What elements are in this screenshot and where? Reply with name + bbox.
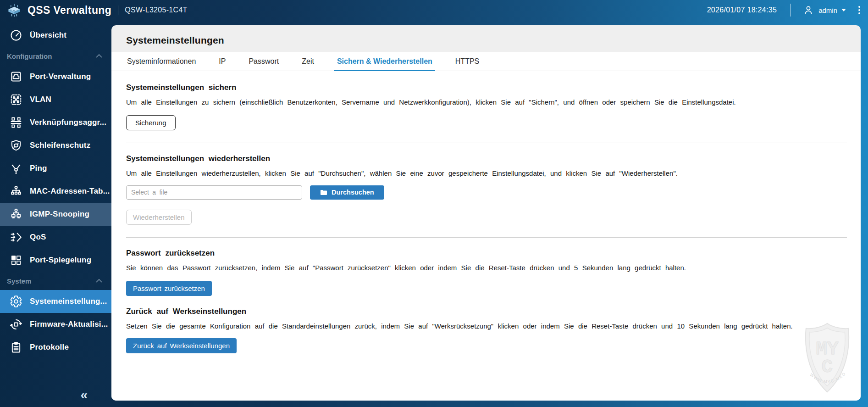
qss-switch-logo-icon — [6, 2, 23, 18]
file-select-row: Durchsuchen — [126, 185, 847, 200]
sidebar-item-label: Übersicht — [30, 31, 66, 40]
gauge-icon — [9, 28, 23, 42]
sidebar-item-label: Port-Verwaltung — [30, 72, 91, 81]
tab-zeit[interactable]: Zeit — [301, 52, 315, 71]
sidebar-item-label: Verknüpfungsaggr... — [30, 118, 106, 127]
sidebar-item-label: Systemeinstellung... — [30, 297, 107, 306]
sidebar-item-port-spiegelung[interactable]: Port-Spiegelung — [0, 249, 111, 272]
ethernet-port-icon — [9, 70, 23, 84]
backup-description: Um alle Einstellungen zu sichern (einsch… — [126, 98, 847, 107]
sidebar-group-konfiguration: Konfiguration — [0, 47, 111, 65]
overflow-menu-icon[interactable] — [858, 5, 861, 16]
sidebar-item-systemeinstellungen[interactable]: Systemeinstellung... — [0, 290, 111, 313]
restore-heading: Systemeinstellungen wiederherstellen — [126, 154, 847, 163]
tab-passwort[interactable]: Passwort — [248, 52, 280, 71]
sidebar-item-protokolle[interactable]: Protokolle — [0, 336, 111, 359]
sidebar-item-port-verwaltung[interactable]: Port-Verwaltung — [0, 65, 111, 88]
sidebar-item-vlan[interactable]: VLAN — [0, 88, 111, 111]
sidebar-item-label: IGMP-Snooping — [30, 210, 89, 219]
file-select-input[interactable] — [126, 185, 302, 200]
factory-reset-description: Setzen Sie die gesamte Konfiguration auf… — [126, 322, 847, 331]
topbar-divider — [791, 4, 791, 17]
factory-reset-button[interactable]: Zurück auf Werkseinstellungen — [126, 338, 237, 353]
sidebar-group-label: System — [7, 277, 31, 285]
top-bar: QSS Verwaltung QSW-L3205-1C4T 2026/01/07… — [0, 0, 868, 20]
sidebar-item-label: VLAN — [30, 95, 51, 104]
folder-icon — [320, 190, 327, 195]
sidebar-item-firmware-aktualisierung[interactable]: Firmware-Aktualisi... — [0, 313, 111, 336]
tab-content: Systemeinstellungen sichern Um alle Eins… — [111, 71, 861, 353]
password-reset-description: Sie können das Passwort zurücksetzen, in… — [126, 263, 847, 273]
gear-icon — [9, 295, 23, 308]
sidebar-item-label: QoS — [30, 233, 46, 242]
sidebar-item-label: Firmware-Aktualisi... — [30, 320, 108, 329]
password-reset-button[interactable]: Passwort zurücksetzen — [126, 281, 212, 296]
mac-table-icon — [9, 184, 23, 198]
sidebar-item-verknuepfungsaggregation[interactable]: Verknüpfungsaggr... — [0, 111, 111, 134]
sidebar-item-label: Protokolle — [30, 343, 69, 352]
sidebar-item-ping[interactable]: Ping — [0, 157, 111, 180]
section-factory-reset: Zurück auf Werkseinstellungen Setzen Sie… — [126, 307, 847, 353]
sidebar-item-label: Schleifenschutz — [30, 141, 90, 150]
tab-bar: Systeminformationen IP Passwort Zeit Sic… — [111, 52, 861, 71]
app-title: QSS Verwaltung — [28, 4, 111, 17]
chevron-up-icon[interactable] — [96, 279, 102, 283]
password-reset-heading: Passwort zurücksetzen — [126, 249, 847, 258]
link-aggregation-icon — [9, 116, 23, 129]
title-divider — [118, 6, 118, 15]
vlan-icon — [9, 93, 23, 106]
user-icon — [803, 5, 814, 16]
sidebar-item-igmp-snooping[interactable]: IGMP-Snooping — [0, 203, 111, 226]
sidebar-item-schleifenschutz[interactable]: Schleifenschutz — [0, 134, 111, 157]
watermark-letters-bottom: C — [822, 357, 833, 378]
factory-reset-heading: Zurück auf Werkseinstellungen — [126, 307, 847, 316]
sidebar-item-label: Port-Spiegelung — [30, 256, 91, 265]
sidebar: Übersicht Konfiguration Port-Verwaltung … — [0, 20, 111, 407]
restore-description: Um alle Einstellungen wiederherzustellen… — [126, 169, 847, 178]
browse-button-label: Durchsuchen — [332, 189, 374, 196]
port-mirroring-icon — [9, 253, 23, 267]
sidebar-collapse-icon[interactable]: « — [80, 389, 88, 401]
shield-loop-icon — [9, 139, 23, 152]
restore-button[interactable]: Wiederherstellen — [126, 210, 192, 225]
section-restore: Systemeinstellungen wiederherstellen Um … — [126, 154, 847, 237]
chevron-up-icon[interactable] — [96, 54, 102, 58]
qos-icon — [9, 230, 23, 244]
section-password-reset: Passwort zurücksetzen Sie können das Pas… — [126, 249, 847, 296]
firmware-update-icon — [9, 318, 23, 331]
section-divider — [126, 237, 847, 238]
igmp-snooping-icon — [9, 207, 23, 221]
caret-down-icon — [841, 9, 846, 11]
tab-ip[interactable]: IP — [218, 52, 227, 71]
backup-button[interactable]: Sicherung — [126, 115, 176, 130]
tab-systeminformationen[interactable]: Systeminformationen — [126, 52, 197, 71]
sidebar-item-qos[interactable]: QoS — [0, 226, 111, 249]
sidebar-item-label: MAC-Adressen-Tab... — [30, 187, 110, 196]
ping-icon — [9, 162, 23, 175]
sidebar-item-label: Ping — [30, 164, 47, 173]
tab-sichern-wiederherstellen[interactable]: Sichern & Wiederherstellen — [336, 52, 433, 71]
sidebar-group-system: System — [0, 272, 111, 290]
section-backup: Systemeinstellungen sichern Um alle Eins… — [126, 83, 847, 143]
sidebar-item-uebersicht[interactable]: Übersicht — [0, 24, 111, 47]
content-panel: Systemeinstellungen Systeminformationen … — [111, 25, 861, 401]
user-menu[interactable]: admin — [803, 5, 846, 16]
sidebar-item-mac-adressen-tabelle[interactable]: MAC-Adressen-Tab... — [0, 180, 111, 203]
sidebar-group-label: Konfiguration — [7, 52, 52, 60]
backup-heading: Systemeinstellungen sichern — [126, 83, 847, 92]
browse-button[interactable]: Durchsuchen — [310, 185, 384, 200]
tab-https[interactable]: HTTPS — [454, 52, 480, 71]
page-title: Systemeinstellungen — [111, 25, 861, 52]
datetime-text: 2026/01/07 18:24:35 — [707, 6, 777, 14]
section-divider — [126, 143, 847, 143]
device-name: QSW-L3205-1C4T — [125, 6, 187, 14]
user-name: admin — [818, 6, 837, 14]
logs-icon — [9, 340, 23, 354]
content-card: Systeminformationen IP Passwort Zeit Sic… — [111, 52, 861, 401]
